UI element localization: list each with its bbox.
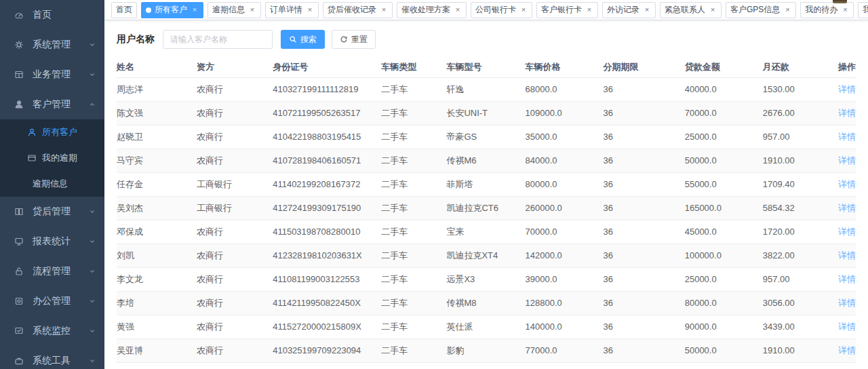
column-header-资方: 资方 <box>197 57 273 77</box>
tab-外访记录[interactable]: 外访记录× <box>602 2 656 18</box>
close-icon[interactable]: × <box>585 6 593 14</box>
table-cell: 工商银行 <box>197 172 273 196</box>
sidebar-item-办公管理[interactable]: 办公管理 <box>0 286 104 316</box>
sidebar-item-首页[interactable]: 首页 <box>0 0 104 30</box>
sidebar-item-逾期信息[interactable]: 逾期信息 <box>0 171 104 197</box>
table-cell: 二手车 <box>381 149 446 172</box>
close-icon[interactable]: × <box>519 6 528 14</box>
tab-label: 贷后催收记录 <box>328 4 376 16</box>
detail-link[interactable]: 详情 <box>838 298 856 308</box>
detail-link[interactable]: 详情 <box>838 108 856 118</box>
tab-贷后催收记录[interactable]: 贷后催收记录× <box>323 2 393 18</box>
detail-link[interactable]: 详情 <box>838 132 856 142</box>
table-row: 陈文强农商行410721199505263517二手车长安UNI-T109000… <box>117 101 856 125</box>
table-cell: 二手车 <box>381 125 446 149</box>
table-cell: 410327199111112819 <box>273 77 381 101</box>
detail-link[interactable]: 详情 <box>838 345 856 355</box>
table-cell: 36 <box>604 220 685 244</box>
table-cell: 刘凯 <box>117 244 197 267</box>
user-icon <box>14 99 24 110</box>
close-icon[interactable]: × <box>306 6 314 14</box>
table-cell: 二手车 <box>381 244 446 267</box>
sidebar-item-label: 客户管理 <box>33 98 88 111</box>
close-icon[interactable]: × <box>783 6 791 14</box>
close-icon[interactable]: × <box>841 6 849 14</box>
sidebar-item-贷后管理[interactable]: 贷后管理 <box>0 197 104 227</box>
detail-link[interactable]: 详情 <box>838 155 856 166</box>
detail-link[interactable]: 详情 <box>838 322 856 332</box>
app-root: 首页系统管理业务管理客户管理所有客户我的逾期逾期信息贷后管理报表统计流程管理办公… <box>0 0 868 369</box>
detail-link[interactable]: 详情 <box>838 250 856 260</box>
tab-客户GPS信息[interactable]: 客户GPS信息× <box>726 2 796 18</box>
sidebar-item-label: 贷后管理 <box>33 206 88 218</box>
detail-link[interactable]: 详情 <box>838 179 856 189</box>
table-row: 邓保成农商行411503198708280010二手车宝来70000.03645… <box>117 220 856 244</box>
table-cell-actions: 详情 <box>831 77 856 101</box>
table-row: 任存金工商银行411402199208167372二手车菲斯塔80000.036… <box>117 172 856 196</box>
tab-label: 订单详情 <box>270 4 302 16</box>
column-header-姓名: 姓名 <box>117 57 197 77</box>
sidebar-item-流程管理[interactable]: 流程管理 <box>0 256 104 286</box>
customer-name-input[interactable] <box>163 30 273 49</box>
sidebar-item-我的逾期[interactable]: 我的逾期 <box>0 145 104 171</box>
table-cell-actions: 详情 <box>831 267 856 291</box>
table-cell: 3439.00 <box>763 315 831 338</box>
table-cell: 100000.0 <box>685 244 763 267</box>
tab-首页[interactable]: 首页 <box>111 2 137 18</box>
tab-我的待办[interactable]: 我的待办× <box>800 2 854 18</box>
tab-所有客户[interactable]: 所有客户× <box>141 2 203 18</box>
chevron-up-icon <box>88 100 96 109</box>
detail-link[interactable]: 详情 <box>838 84 856 94</box>
table-cell: 二手车 <box>381 338 446 362</box>
sidebar-item-系统管理[interactable]: 系统管理 <box>0 30 104 60</box>
sidebar-item-报表统计[interactable]: 报表统计 <box>0 227 104 256</box>
tab-催收处理方案[interactable]: 催收处理方案× <box>397 2 467 18</box>
sidebar-item-业务管理[interactable]: 业务管理 <box>0 60 104 90</box>
refresh-icon <box>340 35 348 43</box>
table-row: 刘凯农商行41232819810203631X二手车凯迪拉克XT4142000.… <box>117 244 856 267</box>
table-cell: 农商行 <box>197 149 273 172</box>
table-header-row: 姓名资方身份证号车辆类型车辆型号车辆价格分期期限贷款金额月还款操作 <box>117 57 856 77</box>
table-cell: 84000.0 <box>526 149 604 172</box>
detail-link[interactable]: 详情 <box>838 274 856 284</box>
active-tab-dot <box>146 7 151 13</box>
sidebar-item-label: 系统工具 <box>33 355 88 367</box>
table-cell: 60000.0 <box>685 362 763 369</box>
sidebar-item-label: 我的逾期 <box>42 152 96 164</box>
close-icon[interactable]: × <box>380 6 388 14</box>
table-cell: 农商行 <box>197 125 273 149</box>
close-icon[interactable]: × <box>248 6 256 14</box>
table-cell: 英仕派 <box>446 315 525 338</box>
table-cell: 陈文强 <box>117 101 197 125</box>
close-icon[interactable]: × <box>191 6 199 14</box>
tab-label: 我的待办 <box>805 4 837 16</box>
search-button[interactable]: 搜索 <box>281 30 325 49</box>
detail-link[interactable]: 详情 <box>838 203 856 213</box>
table-cell: 109000.0 <box>526 101 604 125</box>
tab-逾期信息[interactable]: 逾期信息× <box>208 2 261 18</box>
table-cell: 77000.0 <box>526 338 604 362</box>
tab-订单详情[interactable]: 订单详情× <box>265 2 319 18</box>
sidebar-item-系统监控[interactable]: 系统监控 <box>0 316 104 346</box>
table-cell: 二手车 <box>381 267 446 291</box>
reset-button[interactable]: 重置 <box>332 30 376 49</box>
column-header-车辆价格: 车辆价格 <box>526 57 604 77</box>
chevron-down-icon <box>88 41 96 49</box>
close-icon[interactable]: × <box>709 6 717 14</box>
tab-label: 逾期信息 <box>212 4 245 16</box>
close-icon[interactable]: × <box>454 6 462 14</box>
detail-link[interactable]: 详情 <box>838 227 856 237</box>
table-cell: 传祺M8 <box>446 291 525 315</box>
chevron-down-icon <box>88 297 96 305</box>
tab-我的流程[interactable]: 我的流程× <box>858 2 868 18</box>
table-cell: 凯迪拉克CT6 <box>446 196 525 220</box>
tab-紧急联系人[interactable]: 紧急联系人× <box>660 2 722 18</box>
sidebar-item-系统工具[interactable]: 系统工具 <box>0 346 104 369</box>
sidebar-item-客户管理[interactable]: 客户管理 <box>0 90 104 119</box>
table-cell: 轩逸 <box>446 77 525 101</box>
sidebar-item-所有客户[interactable]: 所有客户 <box>0 119 104 145</box>
close-icon[interactable]: × <box>643 6 651 14</box>
table-cell: 农商行 <box>197 315 273 338</box>
tab-客户银行卡[interactable]: 客户银行卡× <box>536 2 598 18</box>
tab-公司银行卡[interactable]: 公司银行卡× <box>471 2 532 18</box>
